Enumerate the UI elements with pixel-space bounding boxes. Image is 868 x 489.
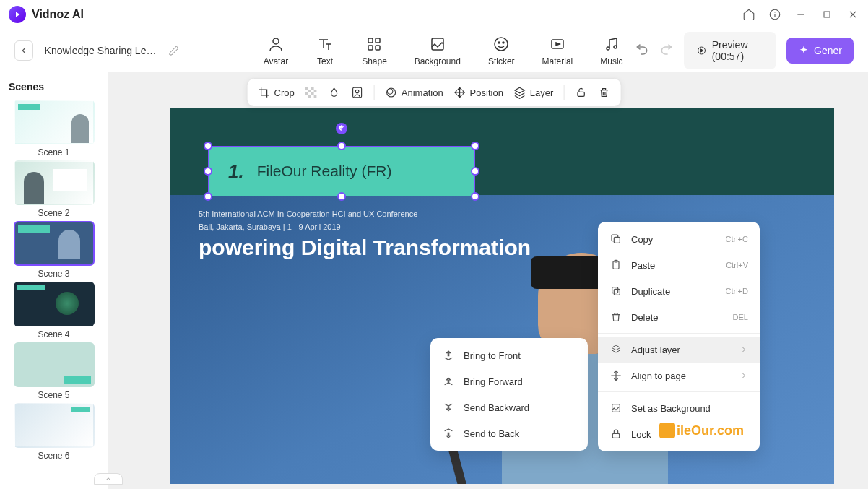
send-back-icon (442, 427, 455, 440)
portrait-icon[interactable] (351, 86, 364, 99)
bring-forward[interactable]: Bring Forward (430, 368, 588, 394)
resize-handle-sw[interactable] (204, 192, 212, 201)
scene-item-3[interactable]: Scene 3 (9, 221, 99, 279)
bring-to-front[interactable]: Bring to Front (430, 342, 588, 368)
position-button[interactable]: Position (453, 86, 503, 99)
scene-thumb (14, 403, 95, 448)
rotate-handle[interactable] (336, 123, 347, 134)
scene-item-1[interactable]: Scene 1 (9, 100, 99, 157)
generate-button[interactable]: Gener (786, 38, 854, 64)
scene-item-4[interactable]: Scene 4 (9, 282, 99, 339)
resize-handle-ne[interactable] (471, 142, 479, 150)
ctx-duplicate[interactable]: Duplicate Ctrl+D (598, 278, 760, 304)
svg-rect-39 (612, 287, 618, 293)
scene-list: Scene 1 Scene 2 Scene 3 Scene 4 Scene 5 … (9, 100, 99, 461)
shape-label: Shape (362, 56, 387, 66)
ctx-paste[interactable]: Paste Ctrl+V (598, 252, 760, 278)
float-toolbar: Crop Animation Position Layer (247, 78, 622, 107)
ctx-set-background[interactable]: Set as Background (598, 395, 760, 421)
crop-icon (258, 86, 271, 99)
background-label: Background (415, 56, 461, 66)
svg-rect-38 (614, 289, 620, 295)
resize-handle-se[interactable] (471, 192, 479, 201)
paste-icon (609, 259, 622, 272)
scene-thumb (14, 160, 95, 205)
animation-button[interactable]: Animation (385, 86, 443, 99)
layer-submenu: Bring to Front Bring Forward Send Backwa… (430, 338, 588, 451)
ctx-align-page[interactable]: Align to page (598, 363, 760, 389)
svg-rect-26 (305, 92, 308, 95)
home-icon[interactable] (742, 8, 755, 21)
title-box[interactable]: 1. FileOur Reality (FR) (208, 146, 475, 196)
avatar-icon (266, 35, 285, 53)
bring-forward-icon (442, 375, 455, 388)
svg-rect-34 (578, 92, 584, 96)
svg-rect-24 (308, 90, 311, 92)
svg-rect-22 (305, 87, 308, 90)
logo-area: Vidnoz AI (9, 6, 84, 23)
resize-handle-s[interactable] (337, 192, 346, 201)
animation-icon (385, 86, 398, 99)
resize-handle-e[interactable] (471, 167, 479, 176)
ctx-adjust-layer[interactable]: Adjust layer (598, 337, 760, 363)
sticker-label: Sticker (488, 56, 515, 66)
svg-rect-4 (824, 12, 830, 17)
material-icon (548, 35, 567, 53)
undo-redo-group (635, 43, 674, 58)
layer-icon (513, 86, 526, 99)
scene-thumb (14, 221, 95, 266)
svg-rect-11 (376, 46, 380, 50)
send-backward[interactable]: Send Backward (430, 394, 588, 420)
scene-item-2[interactable]: Scene 2 (9, 160, 99, 218)
text-icon (316, 35, 334, 53)
undo-button[interactable] (635, 43, 649, 58)
text-tool[interactable]: Text (316, 35, 334, 66)
transparency-icon[interactable] (305, 86, 318, 99)
scene-thumb (14, 100, 95, 144)
svg-rect-9 (376, 38, 380, 43)
redo-button[interactable] (659, 43, 674, 58)
svg-rect-40 (612, 404, 620, 412)
document-title: Knowledge Sharing Lectu... (45, 45, 157, 56)
sidebar-collapse-handle[interactable] (94, 473, 123, 485)
minimize-icon[interactable] (794, 8, 807, 21)
play-icon (697, 44, 706, 57)
layer-button[interactable]: Layer (513, 86, 554, 99)
back-button[interactable] (14, 40, 33, 61)
scenes-sidebar: Scenes Scene 1 Scene 2 Scene 3 Scene 4 S… (0, 72, 108, 489)
trash-icon[interactable] (597, 86, 610, 99)
chevron-right-icon (739, 371, 748, 380)
scene-item-5[interactable]: Scene 5 (9, 342, 99, 400)
close-icon[interactable] (846, 8, 859, 21)
titlebar: Vidnoz AI (0, 0, 868, 29)
shape-tool[interactable]: Shape (362, 35, 387, 66)
edit-title-icon[interactable] (168, 45, 180, 56)
scene-thumb (14, 282, 95, 326)
unlock-icon[interactable] (574, 86, 587, 99)
copy-icon (609, 233, 622, 246)
music-tool[interactable]: Music (600, 35, 622, 66)
background-tool[interactable]: Background (415, 35, 461, 66)
svg-point-13 (495, 38, 508, 51)
resize-handle-nw[interactable] (204, 142, 212, 150)
music-icon (602, 35, 621, 53)
send-to-back[interactable]: Send to Back (430, 420, 588, 446)
crop-button[interactable]: Crop (258, 86, 295, 99)
layers-icon (609, 343, 622, 356)
maximize-icon[interactable] (820, 8, 833, 21)
preview-button[interactable]: Preview (00:57) (684, 32, 776, 69)
svg-rect-30 (353, 87, 362, 98)
info-icon[interactable] (768, 8, 781, 21)
resize-handle-w[interactable] (204, 167, 212, 176)
ctx-copy[interactable]: Copy Ctrl+C (598, 226, 760, 252)
scene-item-6[interactable]: Scene 6 (9, 403, 99, 461)
resize-handle-n[interactable] (337, 142, 346, 150)
droplet-icon[interactable] (328, 86, 341, 99)
shape-icon (365, 35, 383, 53)
sticker-tool[interactable]: Sticker (488, 35, 515, 66)
music-label: Music (600, 56, 622, 66)
svg-rect-28 (308, 95, 311, 98)
material-tool[interactable]: Material (542, 35, 573, 66)
avatar-tool[interactable]: Avatar (264, 35, 288, 66)
ctx-delete[interactable]: Delete DEL (598, 304, 760, 330)
